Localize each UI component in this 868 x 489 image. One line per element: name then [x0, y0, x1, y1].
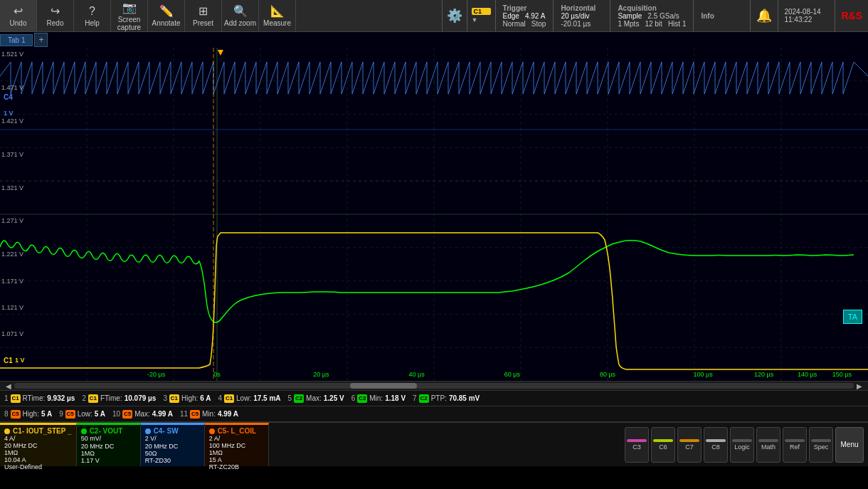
camera-icon: 📷	[122, 1, 137, 14]
ch-param-value: 1MΩ	[4, 449, 18, 456]
measurement-8: 8 C5 High: 5 A	[4, 410, 52, 419]
ch-name-label: C5- L_COIL	[218, 427, 256, 435]
info-title: Info	[701, 12, 743, 20]
meas-label: Min:	[202, 410, 216, 418]
meas-ch-badge: C5	[65, 410, 75, 419]
tab-1[interactable]: Tab 1	[0, 34, 33, 46]
channel-badge: C1	[472, 8, 491, 15]
meas-label: Low:	[78, 410, 92, 418]
acquisition-panel[interactable]: Acquisition Sample 2.5 GSa/s 1 Mpts 12 b…	[610, 0, 694, 31]
channel-button-ref[interactable]: Ref	[783, 427, 807, 463]
volt-label-9: 1.121 V	[1, 304, 23, 311]
preset-button[interactable]: ⊞ Preset	[185, 0, 222, 31]
ch-param-value: 1.17 V	[81, 457, 100, 464]
channel-button-spec[interactable]: Spec	[809, 427, 833, 463]
screen-capture-button[interactable]: 📷 Screencapture	[111, 0, 148, 31]
trigger-arrow-down: ▼	[472, 16, 491, 23]
ch-param-value: 2 A/	[209, 435, 221, 442]
annotate-button[interactable]: ✏️ Annotate	[148, 0, 185, 31]
add-zoom-label: Add zoom	[224, 19, 256, 27]
measurement-row-1: 1 C1 RTime: 9.932 µs2 C1 FTime: 10.079 µ…	[0, 391, 868, 406]
scrollbar-track[interactable]	[14, 383, 854, 389]
channel-selector[interactable]: C1 ▼	[467, 0, 496, 31]
ch-name: C1- IOUT_STEP _	[4, 427, 72, 435]
meas-num: 10	[112, 410, 120, 418]
tab-bar: Tab 1 +	[0, 32, 48, 48]
trigger-title: Trigger	[503, 4, 546, 12]
ch-param: 2 V/	[145, 435, 200, 442]
ch-color-bar	[706, 439, 726, 442]
volt-label-2: 1.471 V	[1, 84, 23, 91]
horizontal-position: -20.01 µs	[561, 20, 591, 28]
help-label: Help	[85, 19, 100, 27]
info-panel[interactable]: Info	[694, 0, 751, 31]
channel-strip-c4[interactable]: C4- SW 2 V/20 MHz DC50ΩRT-ZD30	[141, 423, 205, 466]
ta-badge[interactable]: TA	[843, 310, 862, 324]
horizontal-panel[interactable]: Horizontal 20 µs/div -20.01 µs	[554, 0, 610, 31]
settings-button[interactable]: ⚙️	[443, 0, 467, 31]
channel-strip-c5[interactable]: C5- L_COIL 2 A/100 MHz DC1MΩ15 ART-ZC20B	[205, 423, 269, 466]
ch-color-bar	[811, 439, 831, 442]
bell-button[interactable]: 🔔	[751, 0, 778, 31]
acquisition-bits: 12 bit	[645, 20, 662, 28]
channel-button-math[interactable]: Math	[756, 427, 780, 463]
channel-strip-c1[interactable]: C1- IOUT_STEP _ 4 A/20 MHz DC1MΩ10.04 AU…	[0, 423, 77, 466]
ch-color-bar	[732, 439, 752, 442]
channel-button-c6[interactable]: C6	[651, 427, 675, 463]
channel-strip-c2[interactable]: C2- VOUT 50 mV/20 MHz DC1MΩ1.17 V	[77, 423, 141, 466]
volt-label-6: 1.271 V	[1, 217, 23, 224]
scrollbar[interactable]: ◀ ▶	[0, 381, 868, 391]
ch-param-value: 4 A/	[4, 435, 16, 442]
channel-button-c7[interactable]: C7	[677, 427, 702, 463]
time-label-5: 60 µs	[504, 371, 520, 378]
menu-button[interactable]: Menu	[835, 427, 864, 463]
measurement-11: 11 C5 Min: 4.99 A	[180, 410, 238, 419]
meas-value: 6 A	[200, 394, 211, 402]
measurement-7: 7 C2 PTP: 70.85 mV	[413, 394, 480, 403]
measure-button[interactable]: 📐 Measure	[259, 0, 296, 31]
time-label-10: 150 µs	[832, 371, 852, 378]
add-tab-button[interactable]: +	[34, 33, 48, 47]
ch-param: RT-ZC20B	[209, 463, 264, 470]
ch-name-label: C2- VOUT	[90, 427, 123, 435]
trigger-panel[interactable]: Trigger Edge 4.92 A Normal Stop	[496, 0, 554, 31]
undo-button[interactable]: ↩ Undo	[0, 0, 37, 31]
help-button[interactable]: ? Help	[74, 0, 111, 31]
scroll-right-button[interactable]: ▶	[854, 382, 865, 390]
meas-value: 4.99 A	[218, 410, 238, 418]
ch-param: 1.17 V	[81, 457, 136, 464]
meas-num: 2	[82, 394, 86, 402]
scope-display[interactable]: Tab 1 + ▼	[0, 32, 868, 381]
redo-button[interactable]: ↪ Redo	[37, 0, 74, 31]
meas-ch-badge: C1	[169, 394, 179, 403]
c4-waveform	[0, 62, 868, 94]
ch-param-value: 1MΩ	[209, 449, 223, 456]
meas-num: 9	[59, 410, 63, 418]
scroll-left-button[interactable]: ◀	[3, 382, 14, 390]
date-display: 2024-08-14	[784, 8, 829, 16]
c4-scope-label: C4	[1, 93, 15, 102]
time-label-3: 20 µs	[313, 371, 329, 378]
meas-value: 17.5 mA	[253, 394, 280, 402]
horizontal-title: Horizontal	[561, 4, 603, 12]
meas-label: RTime:	[23, 394, 46, 402]
channel-button-c3[interactable]: C3	[625, 427, 649, 463]
meas-ch-badge: C5	[11, 410, 21, 419]
c2-waveform-post	[213, 241, 854, 322]
volt-label-8: 1.171 V	[1, 278, 23, 285]
waveform-display	[0, 48, 868, 381]
measurement-row-2: 8 C5 High: 5 A9 C5 Low: 5 A10 C5 Max: 4.…	[0, 406, 868, 422]
meas-value: 5 A	[95, 410, 105, 418]
meas-ch-badge: C5	[190, 410, 200, 419]
meas-label: Max:	[134, 410, 150, 418]
channel-button-logic[interactable]: Logic	[730, 427, 754, 463]
channel-button-c8[interactable]: C8	[704, 427, 728, 463]
meas-label: Max:	[306, 394, 322, 402]
measurement-4: 4 C1 Low: 17.5 mA	[218, 394, 281, 403]
add-zoom-button[interactable]: 🔍 Add zoom	[222, 0, 259, 31]
time-label-6: 80 µs	[600, 371, 615, 378]
trigger-position-marker: ▼	[216, 46, 226, 58]
ch-param-value: 1MΩ	[81, 450, 95, 457]
meas-label: PTP:	[431, 394, 447, 402]
scrollbar-thumb[interactable]	[350, 383, 417, 389]
